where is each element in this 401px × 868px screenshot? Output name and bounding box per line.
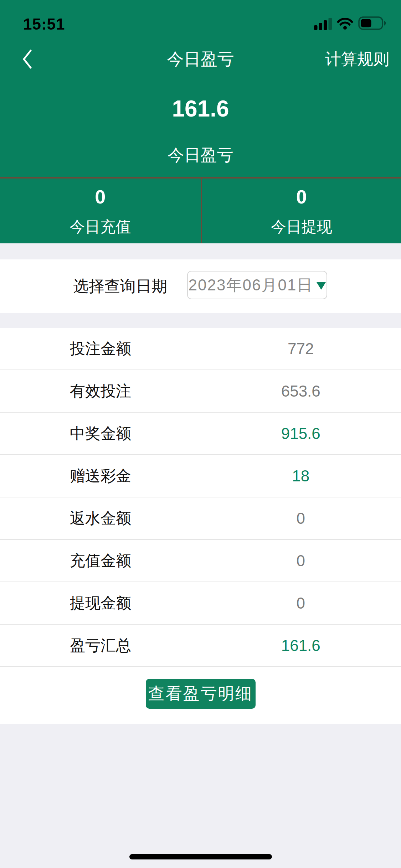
row-value: 18 [292, 467, 309, 485]
view-profit-details-button[interactable]: 查看盈亏明细 [146, 679, 256, 709]
profit-loss-screen: 15:51 [0, 0, 401, 868]
wifi-icon [337, 18, 353, 31]
row-label: 中奖金额 [70, 423, 131, 444]
row-label: 返水金额 [70, 508, 131, 529]
row-value: 915.6 [281, 425, 320, 443]
row-value: 0 [297, 594, 305, 612]
row-value: 0 [297, 552, 305, 570]
back-button[interactable] [22, 50, 32, 69]
today-deposit-value: 0 [95, 186, 106, 207]
table-row-bet-amount: 投注金额 772 [0, 328, 401, 370]
button-section: 查看盈亏明细 [0, 667, 401, 724]
today-withdraw-label: 今日提现 [271, 218, 332, 235]
today-deposit-cell: 0 今日充值 [0, 179, 201, 243]
footer-area [0, 724, 401, 868]
table-row-deposit: 充值金额 0 [0, 540, 401, 582]
status-time: 15:51 [23, 17, 65, 31]
status-bar: 15:51 [0, 0, 401, 34]
date-picker-row: 选择查询日期 2023年06月01日 [0, 259, 401, 313]
date-picker-label: 选择查询日期 [73, 259, 167, 313]
row-label: 盈亏汇总 [70, 635, 131, 656]
table-row-rebate: 返水金额 0 [0, 497, 401, 540]
back-chevron-icon [22, 50, 32, 69]
row-label: 有效投注 [70, 381, 131, 402]
dropdown-caret-icon [317, 282, 326, 290]
today-withdraw-cell: 0 今日提现 [201, 179, 401, 243]
amount-table: 投注金额 772 有效投注 653.6 中奖金额 915.6 赠送彩金 18 返… [0, 328, 401, 667]
row-value: 772 [288, 340, 314, 358]
battery-icon [358, 16, 388, 31]
cellular-signal-icon [314, 18, 332, 31]
table-row-bonus: 赠送彩金 18 [0, 455, 401, 497]
row-label: 充值金额 [70, 551, 131, 571]
section-spacer [0, 313, 401, 328]
home-indicator[interactable] [129, 854, 272, 859]
today-withdraw-value: 0 [296, 186, 307, 207]
row-value: 0 [297, 510, 305, 527]
selected-date-value: 2023年06月01日 [189, 275, 313, 296]
table-row-withdraw: 提现金额 0 [0, 582, 401, 625]
header: 15:51 [0, 0, 401, 243]
table-row-valid-bet: 有效投注 653.6 [0, 370, 401, 413]
today-profit-label: 今日盈亏 [0, 146, 401, 164]
calculation-rules-button[interactable]: 计算规则 [325, 48, 389, 71]
row-label: 投注金额 [70, 339, 131, 359]
section-spacer [0, 243, 401, 259]
row-value: 653.6 [281, 382, 320, 400]
row-label: 提现金额 [70, 593, 131, 614]
today-profit-value: 161.6 [0, 96, 401, 121]
row-value: 161.6 [281, 637, 320, 655]
date-select-dropdown[interactable]: 2023年06月01日 [187, 271, 327, 299]
today-deposit-label: 今日充值 [70, 218, 131, 235]
table-row-win-amount: 中奖金额 915.6 [0, 413, 401, 455]
row-label: 赠送彩金 [70, 466, 131, 486]
table-row-profit-total: 盈亏汇总 161.6 [0, 625, 401, 667]
status-icons [314, 16, 388, 31]
nav-bar: 今日盈亏 计算规则 [0, 48, 401, 71]
header-stats: 0 今日充值 0 今日提现 [0, 177, 401, 243]
